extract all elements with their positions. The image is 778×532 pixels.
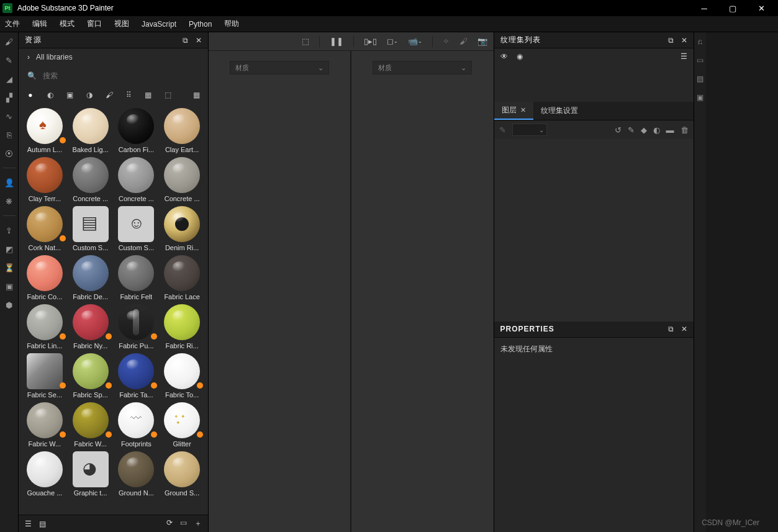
material-item[interactable]: ▤Custom S... — [70, 206, 112, 251]
filter-mask-icon[interactable]: ▣ — [64, 89, 75, 101]
fill-tool-icon[interactable]: ▞ — [4, 92, 15, 103]
picker-tool-icon[interactable]: ⦿ — [4, 148, 15, 159]
menu-javascript[interactable]: JavaScript — [142, 20, 176, 29]
resource-icon[interactable]: ▣ — [4, 281, 15, 292]
tab-texture-set-settings[interactable]: 纹理集设置 — [533, 102, 586, 120]
filter-procedural-icon[interactable]: ▦ — [143, 89, 154, 101]
material-item[interactable]: Fabric Ri... — [161, 304, 203, 349]
user-icon[interactable]: 👤 — [4, 177, 15, 188]
material-item[interactable]: Ground S... — [161, 451, 203, 497]
material-item[interactable]: Concrete ... — [115, 157, 158, 202]
magic-wand-icon[interactable]: ✎ — [499, 125, 506, 135]
close-icon[interactable]: ✕ — [520, 106, 526, 114]
list-view-icon[interactable]: ☰ — [25, 520, 32, 528]
material-item[interactable]: Fabric Se... — [24, 353, 66, 399]
filter-brush-icon[interactable]: 🖌 — [104, 89, 115, 101]
material-item[interactable]: Gouache ... — [24, 451, 66, 497]
material-item[interactable]: Concrete ... — [70, 157, 112, 202]
menu-python[interactable]: Python — [189, 20, 212, 29]
minimize-button[interactable]: ─ — [690, 0, 718, 16]
material-item[interactable]: Fabric De... — [70, 255, 112, 300]
light-icon[interactable]: ✧ — [443, 37, 450, 46]
visibility-single-icon[interactable]: ◉ — [517, 52, 523, 61]
paint-icon[interactable]: 🖌 — [459, 37, 468, 46]
clone-tool-icon[interactable]: ⎘ — [4, 129, 15, 140]
eraser-tool-icon[interactable]: ✎ — [4, 55, 15, 66]
brush-tool-icon[interactable]: 🖌 — [4, 36, 15, 47]
pause-icon[interactable]: ❚❚ — [330, 37, 343, 46]
view-grid-icon[interactable]: ▦ — [191, 89, 202, 101]
menu-help[interactable]: 帮助 — [224, 19, 239, 29]
material-item[interactable]: Fabric Ny... — [70, 304, 112, 349]
material-item[interactable]: Fabric Ta... — [115, 353, 158, 399]
tile-view-icon[interactable]: ▤ — [39, 520, 46, 528]
material-item[interactable]: Clay Eart... — [161, 108, 203, 153]
search-input[interactable] — [43, 71, 199, 80]
bucket-icon[interactable]: ◆ — [641, 125, 647, 135]
material-item[interactable]: Denim Ri... — [161, 206, 203, 251]
folder-icon[interactable]: ▭ — [180, 518, 187, 529]
viewport-3d-dropdown[interactable]: 材质 — [230, 61, 329, 74]
projection-tool-icon[interactable]: ◢ — [4, 73, 15, 84]
effects-icon[interactable]: ◐ — [653, 125, 660, 135]
filter-alpha-icon[interactable]: ◑ — [84, 89, 95, 101]
material-item[interactable]: Fabric Co... — [24, 255, 66, 300]
material-item[interactable]: ◕Graphic t... — [70, 451, 112, 497]
visibility-all-icon[interactable]: 👁 — [500, 52, 508, 61]
filter-smart-material-icon[interactable]: ◐ — [45, 89, 56, 101]
filter-env-icon[interactable]: ⬚ — [163, 89, 174, 101]
material-item[interactable]: Fabric Sp... — [70, 353, 112, 399]
popout-icon[interactable]: ⧉ — [668, 36, 674, 45]
material-grid-scroll[interactable]: ♠Autumn L...Baked Lig...Carbon Fi...Clay… — [19, 104, 208, 515]
material-item[interactable]: ♠Autumn L... — [24, 108, 66, 153]
close-panel-icon[interactable]: ✕ — [196, 36, 202, 45]
material-item[interactable]: Fabric Lace — [161, 255, 203, 300]
display-mode-icon[interactable]: ▯▸▯ — [364, 37, 377, 46]
blend-mode-dropdown[interactable]: ⌄ — [512, 124, 547, 136]
popout-icon[interactable]: ⧉ — [668, 325, 674, 333]
material-item[interactable]: Clay Terr... — [24, 157, 66, 202]
filter-particle-icon[interactable]: ⠿ — [123, 89, 134, 101]
material-item[interactable]: Fabric Lin... — [24, 304, 66, 349]
tab-layers[interactable]: 图层 ✕ — [494, 102, 533, 120]
undo-icon[interactable]: ↺ — [615, 125, 622, 135]
viewport-2d-dropdown[interactable]: 材质 — [373, 61, 472, 74]
breadcrumb[interactable]: › All libraries — [19, 48, 208, 66]
list-settings-icon[interactable]: ☰ — [681, 52, 687, 61]
maximize-button[interactable]: ▢ — [718, 0, 747, 16]
cube-icon[interactable]: ⬢ — [4, 299, 15, 310]
material-item[interactable]: ☺Custom S... — [115, 206, 158, 251]
menu-window[interactable]: 窗口 — [87, 19, 102, 29]
material-item[interactable]: Ground N... — [115, 451, 158, 497]
smudge-tool-icon[interactable]: ∿ — [4, 110, 15, 122]
popout-icon[interactable]: ⧉ — [183, 36, 188, 45]
material-item[interactable]: Fabric W... — [70, 402, 112, 448]
add-icon[interactable]: ＋ — [194, 518, 202, 529]
close-panel-icon[interactable]: ✕ — [681, 325, 687, 333]
material-item[interactable]: Concrete ... — [161, 157, 203, 202]
settings-icon[interactable]: ❋ — [4, 196, 15, 207]
history-icon[interactable]: ⎌ — [698, 37, 702, 46]
symmetry-off-icon[interactable]: ⬚ — [302, 37, 309, 46]
filter-material-icon[interactable]: ● — [25, 89, 36, 101]
delete-layer-icon[interactable]: 🗑 — [681, 125, 689, 135]
snapshot-icon[interactable]: 📷 — [477, 37, 487, 46]
timer-icon[interactable]: ⏳ — [4, 262, 15, 273]
folder-add-icon[interactable]: ▬ — [666, 125, 674, 135]
viewport-2d[interactable]: 材质 — [351, 51, 493, 532]
material-item[interactable]: Fabric Felt — [115, 255, 158, 300]
menu-mode[interactable]: 模式 — [60, 19, 75, 29]
display-icon[interactable]: ▣ — [697, 93, 703, 102]
channels-icon[interactable]: ▤ — [697, 74, 703, 83]
material-item[interactable]: Carbon Fi... — [115, 108, 158, 153]
menu-edit[interactable]: 编辑 — [32, 19, 47, 29]
close-panel-icon[interactable]: ✕ — [681, 36, 687, 45]
refresh-icon[interactable]: ⟳ — [166, 518, 173, 529]
perspective-icon[interactable]: ◻⌄ — [387, 37, 398, 46]
menu-view[interactable]: 视图 — [114, 19, 129, 29]
camera-icon[interactable]: 📹⌄ — [408, 37, 422, 46]
material-item[interactable]: 〰Footprints — [115, 402, 158, 448]
export-icon[interactable]: ⇪ — [4, 225, 15, 236]
material-item[interactable]: Cork Nat... — [24, 206, 66, 251]
material-item[interactable]: Fabric To... — [161, 353, 203, 399]
